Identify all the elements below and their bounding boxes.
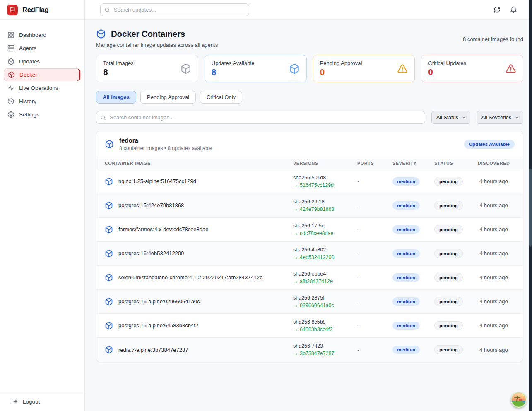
version-target: → 424e79b81868 bbox=[293, 206, 357, 212]
stat-value: 8 bbox=[212, 67, 255, 77]
box-icon bbox=[289, 63, 300, 74]
severity-badge: medium bbox=[392, 297, 420, 306]
severity-badge: medium bbox=[392, 322, 420, 330]
ports: - bbox=[357, 274, 392, 280]
redflag-logo bbox=[7, 5, 18, 15]
discovered: 4 hours ago bbox=[478, 202, 523, 208]
updates-search-input[interactable] bbox=[100, 3, 249, 16]
image-name: postgres:16:4eb532412200 bbox=[118, 250, 184, 256]
logout-icon bbox=[11, 398, 18, 405]
status-badge: pending bbox=[434, 249, 463, 258]
table-row[interactable]: selenium/standalone-chrome:4.1.2-2022021… bbox=[96, 266, 523, 290]
version-target: → 516475cc129d bbox=[293, 182, 357, 188]
docker-box-icon bbox=[96, 29, 106, 39]
image-name: postgres:15-alpine:64583b3cb4f2 bbox=[118, 322, 198, 329]
table-row[interactable]: postgres:16:4eb532412200 sha256:4b802 → … bbox=[96, 242, 523, 266]
table-body: nginx:1.25-alpine:516475cc129d sha256:50… bbox=[96, 169, 523, 362]
filter-tab[interactable]: Critical Only bbox=[200, 91, 242, 104]
sidebar-item-live-operations[interactable]: Live Operations bbox=[4, 82, 81, 94]
version-target: → 3b73847e7287 bbox=[293, 351, 357, 356]
container-box-icon bbox=[105, 201, 113, 210]
group-name: fedora bbox=[119, 137, 212, 144]
stat-card: Updates Available 8 bbox=[205, 55, 307, 82]
container-box-icon bbox=[105, 346, 113, 354]
stat-card: Critical Updates 0 bbox=[421, 55, 523, 82]
stat-card: Total Images 8 bbox=[96, 55, 198, 82]
topbar-search bbox=[100, 3, 249, 16]
image-name: postgres:16-alpine:029660641a0c bbox=[118, 298, 200, 305]
table-row[interactable]: redis:7-alpine:3b73847e7287 sha256:7ff23… bbox=[96, 338, 523, 362]
ports: - bbox=[357, 250, 392, 256]
severity-badge: medium bbox=[392, 273, 420, 282]
island-badge-icon[interactable] bbox=[511, 392, 527, 408]
sidebar-item-agents[interactable]: Agents bbox=[4, 42, 81, 55]
column-header: Status bbox=[434, 161, 478, 166]
status-filter-select[interactable]: All Status bbox=[431, 111, 470, 124]
chevron-down-icon bbox=[462, 115, 466, 120]
flag-icon bbox=[10, 7, 15, 13]
ports: - bbox=[357, 322, 392, 329]
discovered: 4 hours ago bbox=[478, 347, 523, 353]
severity-badge: medium bbox=[392, 201, 420, 210]
image-name: selenium/standalone-chrome:4.1.2-2022021… bbox=[118, 274, 262, 280]
version-current: sha256:ebbe4 bbox=[293, 271, 357, 277]
refresh-icon[interactable] bbox=[493, 6, 501, 13]
ports: - bbox=[357, 226, 392, 232]
scrollbar[interactable] bbox=[529, 0, 532, 411]
updates-available-badge: Updates Available bbox=[464, 140, 515, 149]
sidebar-item-docker[interactable]: Docker bbox=[4, 68, 81, 81]
ports: - bbox=[357, 298, 392, 305]
image-name: postgres:15:424e79b81868 bbox=[118, 202, 184, 208]
version-target: → 029660641a0c bbox=[293, 302, 357, 308]
sidebar-item-history[interactable]: History bbox=[4, 95, 81, 108]
severity-filter-select[interactable]: All Severities bbox=[477, 111, 523, 124]
severity-filter-value: All Severities bbox=[481, 115, 511, 121]
version-current: sha256:17f5e bbox=[293, 223, 357, 229]
filter-tabs: All ImagesPending ApprovalCritical Only bbox=[96, 91, 523, 104]
filter-tab[interactable]: Pending Approval bbox=[140, 91, 196, 104]
status-badge: pending bbox=[434, 273, 463, 282]
warning-icon bbox=[506, 63, 516, 74]
page-subtitle: Manage container image updates across al… bbox=[96, 42, 218, 48]
severity-badge: medium bbox=[392, 177, 420, 186]
gear-icon bbox=[7, 111, 14, 118]
table-row[interactable]: postgres:15:424e79b81868 sha256:29f18 → … bbox=[96, 193, 523, 218]
filter-tab[interactable]: All Images bbox=[96, 91, 136, 104]
table-row[interactable]: farmos/farmos:4.x-dev:cdc78cee8dae sha25… bbox=[96, 218, 523, 242]
ports: - bbox=[357, 347, 392, 353]
image-search bbox=[96, 111, 425, 124]
image-name: redis:7-alpine:3b73847e7287 bbox=[118, 347, 188, 353]
topbar bbox=[85, 0, 532, 20]
stat-label: Pending Approval bbox=[320, 60, 362, 66]
discovered: 4 hours ago bbox=[478, 322, 523, 329]
container-search-input[interactable] bbox=[96, 111, 425, 124]
sidebar-item-dashboard[interactable]: Dashboard bbox=[4, 29, 81, 41]
column-header: Discovered bbox=[478, 161, 523, 166]
sidebar-item-updates[interactable]: Updates bbox=[4, 55, 81, 68]
table-row[interactable]: postgres:16-alpine:029660641a0c sha256:2… bbox=[96, 290, 523, 314]
discovered: 4 hours ago bbox=[478, 274, 523, 280]
stat-card: Pending Approval 0 bbox=[313, 55, 415, 82]
content: Docker Containers Manage container image… bbox=[85, 20, 532, 411]
container-box-icon bbox=[105, 273, 113, 282]
chevron-down-icon bbox=[515, 115, 519, 120]
stat-label: Total Images bbox=[103, 60, 134, 66]
severity-badge: medium bbox=[392, 249, 420, 258]
brand-name: RedFlag bbox=[22, 6, 49, 14]
table-row[interactable]: postgres:15-alpine:64583b3cb4f2 sha256:8… bbox=[96, 314, 523, 338]
box-icon bbox=[7, 58, 14, 65]
status-badge: pending bbox=[434, 225, 463, 234]
search-icon bbox=[100, 115, 106, 121]
table-row[interactable]: nginx:1.25-alpine:516475cc129d sha256:50… bbox=[96, 169, 523, 193]
column-header: Ports bbox=[357, 161, 392, 166]
scrollbar-thumb[interactable] bbox=[529, 169, 532, 247]
version-target: → 64583b3cb4f2 bbox=[293, 326, 357, 332]
activity-icon bbox=[7, 85, 14, 92]
version-current: sha256:29f18 bbox=[293, 199, 357, 205]
bell-icon[interactable] bbox=[510, 6, 517, 13]
page-title: Docker Containers bbox=[111, 29, 185, 39]
sidebar-item-settings[interactable]: Settings bbox=[4, 108, 81, 121]
logout-button[interactable]: Logout bbox=[0, 392, 84, 411]
discovered: 4 hours ago bbox=[478, 298, 523, 305]
discovered: 4 hours ago bbox=[478, 178, 523, 184]
